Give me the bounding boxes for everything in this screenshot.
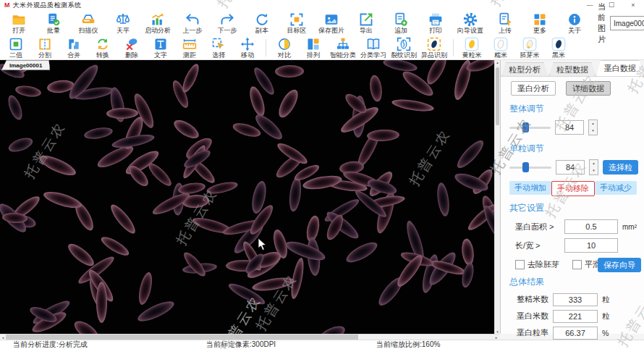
rice-grain [344,238,380,266]
single-adjust-value[interactable]: 84 [556,160,585,174]
toolbar-measure-button[interactable]: 测距 [175,36,204,59]
spin-down-icon[interactable]: ▾ [590,167,598,174]
toolbar-smart-classify-button[interactable]: 智能分类 [328,36,358,59]
rice-grain [459,261,475,288]
toolbar-text-button[interactable]: 文字 [146,36,175,59]
toolbar-duplicate-button[interactable]: 副本 [245,12,279,35]
manual-buttons-row: 手动增加手动移除手动减少 [501,178,644,198]
scroll-up-icon[interactable]: ▴ [495,60,500,64]
toolbar-item-label: 对比 [278,52,291,59]
toolbar-save-image-button[interactable]: 保存图片 [314,12,349,35]
toolbar-about-button[interactable]: 关于 [557,12,592,35]
toolbar-upload-button[interactable]: 上传 [488,12,522,35]
single-adjust-slider[interactable] [509,167,551,169]
rice-grain [436,182,451,217]
select-icon [211,37,226,51]
manual-reduce-button[interactable]: 手动减少 [595,181,637,195]
toolbar-append-button[interactable]: 追加 [384,12,418,35]
foreign-detect-icon [427,37,441,51]
toolbar-target-area-button[interactable]: 目标区 [279,12,314,35]
horizontal-scrollbar[interactable]: ◂ ▸ [0,334,499,340]
horizontal-scroll-thumb[interactable] [6,335,358,340]
toolbar-open-folder-button[interactable]: 打开 [1,12,36,35]
save-wizard-button[interactable]: 保存向导 [598,258,641,272]
rice-grain [96,282,107,323]
binary-icon [9,37,23,51]
chalk-analysis-button[interactable]: 垩白分析 [511,81,556,96]
checkbox-box[interactable] [515,260,525,269]
toolbar-more-button[interactable]: 更多 [522,12,557,35]
tab-grain-shape-analysis[interactable]: 粒型分析 [501,62,548,76]
toolbar-redo-button[interactable]: 下一步 [210,12,245,35]
toolbar-classify-learn-button[interactable]: 分类学习 [358,36,389,59]
remove-germ-checkbox[interactable]: 去除胚芽 [515,259,559,270]
toolbar-convert-button[interactable]: 转换 [88,36,117,59]
toolbar-move-button[interactable]: 移动 [233,36,262,59]
split-icon [38,37,52,51]
toolbar-item-label: 移动 [241,52,254,59]
toolbar-black-rice-button[interactable]: 黑米 [544,36,573,59]
toolbar-wizard-settings-button[interactable]: 向导设置 [453,12,488,35]
toolbar-select-button[interactable]: 选择 [204,36,233,59]
spin-up-icon[interactable]: ▴ [590,160,598,167]
toolbar-item-label: 下一步 [218,28,237,34]
toolbar-balance-button[interactable]: 天平 [106,12,140,35]
manual-add-button[interactable]: 手动增加 [509,181,551,195]
slider-thumb[interactable] [522,122,529,133]
toolbar-undo-button[interactable]: 上一步 [175,12,210,35]
overall-adjust-spinner[interactable]: ▴▾ [588,119,598,135]
tab-chalkiness-data[interactable]: 垩白数据 [596,60,643,76]
toolbar-item-label: 保存图片 [318,28,344,34]
select-grain-button[interactable]: 选择粒 [603,160,638,174]
toolbar-glutinous-rice-button[interactable]: 糯米 [486,36,515,59]
convert-icon [96,37,110,51]
toolbar-delete-button[interactable]: 删除 [117,36,146,59]
toolbar-print-button[interactable]: 打印 [418,12,453,35]
result-row: 整精米数333粒 [501,291,644,308]
rice-grain [391,97,434,113]
toolbar-foreign-detect-button[interactable]: 异品识别 [419,36,449,59]
single-adjust-spinner[interactable]: ▴▾ [589,159,598,175]
detail-data-button[interactable]: 详细数据 [566,81,611,96]
toolbar-start-analysis-button[interactable]: 启动分析 [140,12,175,35]
slider-thumb[interactable] [522,162,529,172]
tab-grain-shape-data[interactable]: 粒型数据 [549,62,596,76]
field-label: 长/宽 > [515,240,560,251]
toolbar-batch-button[interactable]: 批量 [36,12,71,35]
result-value-input[interactable]: 221 [553,310,598,323]
overall-adjust-slider[interactable] [509,127,551,129]
main-toolbar-right: 当前图片 Image00001 ▾ 向导 常规米 ▾ ▶ 开始绘制 [598,1,644,45]
toolbar-binary-button[interactable]: 二值 [1,36,30,59]
crack-detect-icon [397,37,411,51]
toolbar-merge-button[interactable]: 合并 [59,36,88,59]
toolbar-scanner-button[interactable]: 扫描仪 [71,12,106,35]
toolbar-crack-detect-button[interactable]: 裂纹识别 [389,36,419,59]
toolbar-split-button[interactable]: 分割 [30,36,59,59]
result-unit: 粒 [602,311,610,321]
field-value-input[interactable]: 10 [564,238,618,253]
result-value-input[interactable]: 66.37 [553,327,598,340]
image-canvas[interactable]: Image00001 [0,60,494,334]
spin-up-icon[interactable]: ▴ [589,120,597,127]
vertical-scroll-thumb[interactable] [496,67,499,125]
current-image-select[interactable]: Image00001 ▾ [610,16,644,30]
result-value-input[interactable]: 333 [553,293,598,306]
vertical-scrollbar[interactable]: ▴ ▾ [494,60,500,334]
toolbar-germ-rice-button[interactable]: 胚芽米 [515,36,544,59]
rice-grain [42,188,83,211]
title-bar: M 大米外观品质检测系统 — ☐ × [0,0,644,10]
field-value-input[interactable]: 0.5 [564,219,618,234]
toolbar-item-label: 副本 [255,28,268,34]
mouse-cursor [258,238,267,254]
toolbar-compare-button[interactable]: 对比 [270,36,299,59]
overall-adjust-value[interactable]: 84 [555,120,584,135]
toolbar-export-button[interactable]: 导出 [349,12,384,35]
checkbox-box[interactable] [572,260,582,269]
toolbar-yellow-rice-button[interactable]: 黄粒米 [457,36,486,59]
toolbar-divider [453,39,454,56]
toolbar-arrange-button[interactable]: 排列 [299,36,328,59]
manual-remove-button[interactable]: 手动移除 [551,181,595,196]
image-tab[interactable]: Image00001 [1,60,50,70]
rice-grain [368,75,384,103]
spin-down-icon[interactable]: ▾ [589,127,597,135]
